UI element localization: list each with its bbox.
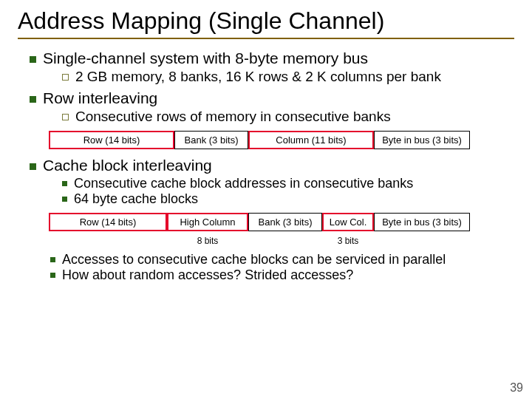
- bullet-2: Row interleaving Consecutive rows of mem…: [30, 89, 514, 125]
- cell2-lowcol: Low Col.: [322, 213, 374, 231]
- page-number: 39: [510, 381, 523, 395]
- diagram2-labels: 8 bits 3 bits: [49, 236, 514, 246]
- lbl-highcol-bits: 8 bits: [167, 236, 248, 246]
- lbl-spacer-3: [374, 236, 470, 246]
- bullet-3-2: 64 byte cache blocks: [62, 191, 514, 207]
- cell2-bank: Bank (3 bits): [248, 213, 322, 231]
- bullet-2-text: Row interleaving: [43, 89, 157, 106]
- bullet-list: Single-channel system with 8-byte memory…: [18, 50, 514, 125]
- bullet-3-3-text: Accesses to consecutive cache blocks can…: [62, 252, 446, 267]
- bullet-3-4: How about random accesses? Strided acces…: [50, 267, 514, 283]
- cell-bank: Bank (3 bits): [174, 131, 248, 149]
- slide-title: Address Mapping (Single Channel): [18, 7, 514, 35]
- cell2-row: Row (14 bits): [49, 213, 167, 231]
- bullet-3-2-text: 64 byte cache blocks: [74, 191, 198, 206]
- title-underline: [18, 38, 514, 39]
- lbl-lowcol-bits: 3 bits: [322, 236, 374, 246]
- bullet-3: Cache block interleaving Consecutive cac…: [30, 157, 514, 207]
- bullet-3-1-text: Consecutive cache block addresses in con…: [74, 176, 413, 191]
- bullet-1-1-text: 2 GB memory, 8 banks, 16 K rows & 2 K co…: [75, 69, 441, 84]
- lbl-spacer-1: [49, 236, 167, 246]
- bullet-1: Single-channel system with 8-byte memory…: [30, 50, 514, 85]
- cell-byte: Byte in bus (3 bits): [374, 131, 470, 149]
- bullet-3-1: Consecutive cache block addresses in con…: [62, 176, 514, 191]
- bullet-3-4-text: How about random accesses? Strided acces…: [62, 267, 353, 282]
- cell2-highcol: High Column: [167, 213, 248, 231]
- bullet-1-1: 2 GB memory, 8 banks, 16 K rows & 2 K co…: [62, 69, 514, 85]
- cell-column: Column (11 bits): [248, 131, 374, 149]
- bullet-3-3: Accesses to consecutive cache blocks can…: [50, 252, 514, 267]
- bullet-1-text: Single-channel system with 8-byte memory…: [43, 50, 368, 66]
- bullet-3-text: Cache block interleaving: [43, 157, 212, 174]
- slide: Address Mapping (Single Channel) Single-…: [0, 0, 532, 293]
- lbl-spacer-2: [248, 236, 322, 246]
- bullet-2-1-text: Consecutive rows of memory in consecutiv…: [75, 109, 391, 124]
- cell2-byte: Byte in bus (3 bits): [374, 213, 470, 231]
- cell-row: Row (14 bits): [49, 131, 174, 149]
- bullet-2-1: Consecutive rows of memory in consecutiv…: [62, 109, 514, 125]
- bullet-list-2: Cache block interleaving Consecutive cac…: [18, 157, 514, 207]
- diagram-row-interleaving: Row (14 bits) Bank (3 bits) Column (11 b…: [49, 131, 514, 149]
- bullet-list-3: Accesses to consecutive cache blocks can…: [18, 252, 514, 283]
- diagram-cache-interleaving: Row (14 bits) High Column Bank (3 bits) …: [49, 213, 514, 231]
